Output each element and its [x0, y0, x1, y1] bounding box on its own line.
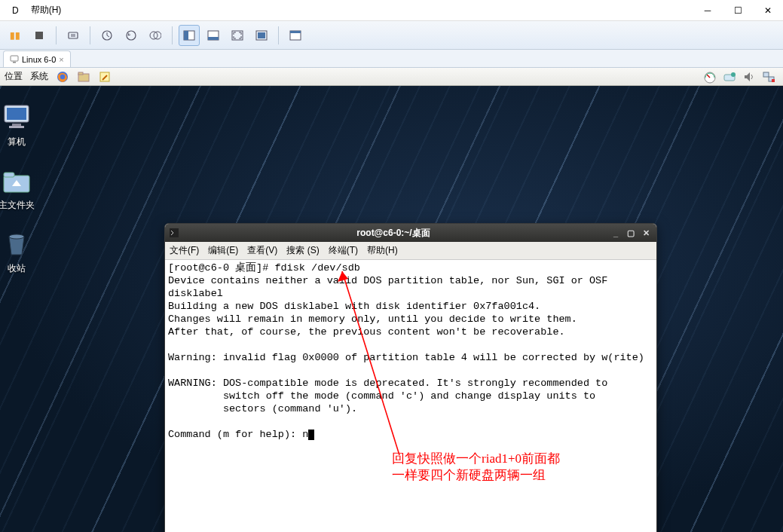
firefox-icon[interactable]: [56, 70, 69, 84]
pause-button[interactable]: ▮▮: [5, 25, 26, 46]
svg-rect-30: [7, 108, 26, 120]
tab-vm-icon: [10, 54, 19, 65]
snapshot-manager-button[interactable]: [145, 25, 166, 46]
terminal-title: root@c6-0:~/桌面: [180, 227, 607, 240]
vm-tab[interactable]: Linux 6-0 ×: [3, 50, 71, 67]
file-manager-icon[interactable]: [77, 70, 90, 84]
host-menubar: D 帮助(H): [0, 0, 783, 21]
terminal-window: root@c6-0:~/桌面 _ ▢ ✕ 文件(F) 编辑(E) 查看(V) 搜…: [164, 223, 657, 532]
toolbar-sep: [90, 26, 90, 44]
terminal-close-button[interactable]: ✕: [640, 227, 652, 239]
term-menu-terminal[interactable]: 终端(T): [329, 244, 358, 257]
svg-rect-26: [763, 72, 769, 77]
svg-rect-21: [78, 72, 83, 75]
terminal-content[interactable]: [root@c6-0 桌面]# fdisk /dev/sdb Device co…: [165, 260, 656, 532]
term-menu-view[interactable]: 查看(V): [247, 244, 277, 257]
svg-rect-16: [11, 56, 18, 61]
trash-icon: [0, 229, 35, 259]
host-max-button[interactable]: ☐: [723, 0, 753, 21]
svg-rect-8: [184, 31, 188, 40]
desk-label: 收站: [0, 262, 41, 275]
unity-button[interactable]: [251, 25, 272, 46]
host-menu-help[interactable]: 帮助(H): [25, 1, 68, 20]
terminal-output: [root@c6-0 桌面]# fdisk /dev/sdb Device co…: [168, 262, 644, 440]
svg-point-19: [60, 74, 65, 78]
note-icon[interactable]: [98, 70, 112, 84]
svg-rect-28: [772, 79, 775, 82]
host-min-button[interactable]: ─: [693, 0, 723, 21]
term-menu-file[interactable]: 文件(F): [170, 244, 199, 257]
svg-rect-10: [208, 37, 219, 40]
host-close-button[interactable]: ✕: [753, 0, 783, 21]
svg-rect-17: [13, 62, 16, 63]
guest-top-panel: 位置 系统: [0, 68, 783, 86]
svg-rect-36: [170, 228, 179, 237]
desktop-home-folder[interactable]: 主文件夹: [0, 166, 41, 212]
performance-icon[interactable]: [703, 70, 717, 84]
terminal-cursor: [308, 430, 314, 440]
send-ctrlaltdel-button[interactable]: [63, 25, 84, 46]
network-icon[interactable]: [762, 70, 775, 84]
update-icon[interactable]: [723, 70, 736, 84]
desk-label: 算机: [0, 136, 41, 148]
toolbar-sep: [172, 26, 173, 44]
home-folder-icon: [0, 166, 35, 196]
svg-rect-32: [9, 126, 24, 128]
terminal-app-icon: [170, 228, 180, 237]
annotation-text: 回复快照做一个riad1+0前面都 一样要四个新硬盘两辆一组: [392, 451, 560, 484]
guest-menu-system[interactable]: 系统: [30, 70, 48, 83]
term-menu-search[interactable]: 搜索 (S): [286, 244, 319, 257]
computer-icon: [0, 102, 35, 133]
inventory-button[interactable]: [285, 25, 306, 46]
volume-icon[interactable]: [742, 70, 756, 84]
svg-point-35: [9, 234, 24, 239]
revert-snapshot-button[interactable]: [121, 25, 142, 46]
toolbar-sep: [278, 26, 279, 44]
terminal-max-button[interactable]: ▢: [625, 227, 637, 239]
svg-rect-34: [4, 173, 14, 177]
terminal-min-button[interactable]: _: [610, 227, 622, 239]
guest-area: 位置 系统: [0, 68, 783, 532]
host-menu-d[interactable]: D: [6, 2, 25, 19]
stop-button[interactable]: [29, 25, 50, 46]
terminal-titlebar[interactable]: root@c6-0:~/桌面 _ ▢ ✕: [165, 224, 656, 242]
svg-rect-15: [290, 31, 301, 33]
tab-close[interactable]: ×: [59, 55, 63, 64]
term-menu-edit[interactable]: 编辑(E): [208, 244, 238, 257]
view-thumbnail-button[interactable]: [203, 25, 224, 46]
desktop-trash[interactable]: 收站: [0, 229, 41, 275]
svg-rect-31: [12, 124, 21, 126]
guest-desktop[interactable]: 算机 主文件夹 收站 root@c6-0:~/桌面 _ ▢ ✕: [0, 86, 783, 532]
tab-label: Linux 6-0: [22, 55, 56, 64]
term-menu-help[interactable]: 帮助(H): [367, 244, 398, 257]
desktop-computer[interactable]: 算机: [0, 102, 41, 148]
view-console-button[interactable]: [179, 25, 200, 46]
host-toolbar: ▮▮: [0, 21, 783, 50]
fullscreen-button[interactable]: [227, 25, 248, 46]
toolbar-sep: [56, 26, 57, 44]
guest-menu-location[interactable]: 位置: [5, 70, 23, 83]
svg-rect-0: [69, 32, 78, 38]
svg-rect-13: [258, 32, 265, 38]
snapshot-button[interactable]: [96, 25, 118, 46]
tab-strip: Linux 6-0 ×: [0, 50, 783, 68]
terminal-menubar: 文件(F) 编辑(E) 查看(V) 搜索 (S) 终端(T) 帮助(H): [165, 242, 656, 260]
svg-point-25: [731, 72, 736, 77]
desk-label: 主文件夹: [0, 199, 41, 212]
